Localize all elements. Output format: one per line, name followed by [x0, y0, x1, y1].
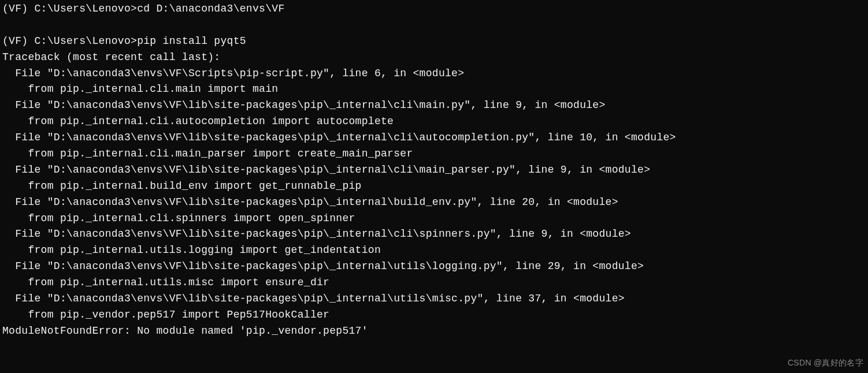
terminal-line: from pip._internal.utils.logging import … — [2, 243, 866, 259]
terminal-line: (VF) C:\Users\Lenovo>cd D:\anaconda3\env… — [2, 1, 866, 17]
terminal-line: ModuleNotFoundError: No module named 'pi… — [2, 323, 866, 340]
terminal-line: from pip._internal.cli.main import main — [2, 81, 866, 98]
terminal-line: File "D:\anaconda3\envs\VF\lib\site-pack… — [2, 98, 866, 114]
terminal-line: File "D:\anaconda3\envs\VF\lib\site-pack… — [2, 130, 866, 146]
terminal-line: File "D:\anaconda3\envs\VF\lib\site-pack… — [2, 195, 866, 211]
terminal-line: from pip._internal.build_env import get_… — [2, 178, 866, 195]
terminal-line: from pip._internal.cli.autocompletion im… — [2, 114, 866, 130]
terminal-line: File "D:\anaconda3\envs\VF\Scripts\pip-s… — [2, 66, 866, 82]
terminal-line: File "D:\anaconda3\envs\VF\lib\site-pack… — [2, 226, 866, 243]
terminal-line: File "D:\anaconda3\envs\VF\lib\site-pack… — [2, 259, 866, 275]
terminal-line: (VF) C:\Users\Lenovo>pip install pyqt5 — [2, 33, 866, 50]
watermark-text: CSDN @真好的名字 — [788, 357, 863, 370]
terminal-line — [2, 17, 866, 33]
terminal-line: File "D:\anaconda3\envs\VF\lib\site-pack… — [2, 162, 866, 178]
terminal-line: File "D:\anaconda3\envs\VF\lib\site-pack… — [2, 291, 866, 307]
terminal-line: from pip._internal.cli.spinners import o… — [2, 211, 866, 227]
terminal-line: from pip._internal.utils.misc import ens… — [2, 275, 866, 291]
terminal-line: from pip._internal.cli.main_parser impor… — [2, 146, 866, 162]
terminal-line: Traceback (most recent call last): — [2, 50, 866, 66]
terminal-line: from pip._vendor.pep517 import Pep517Hoo… — [2, 307, 866, 323]
terminal-output[interactable]: (VF) C:\Users\Lenovo>cd D:\anaconda3\env… — [2, 1, 866, 340]
